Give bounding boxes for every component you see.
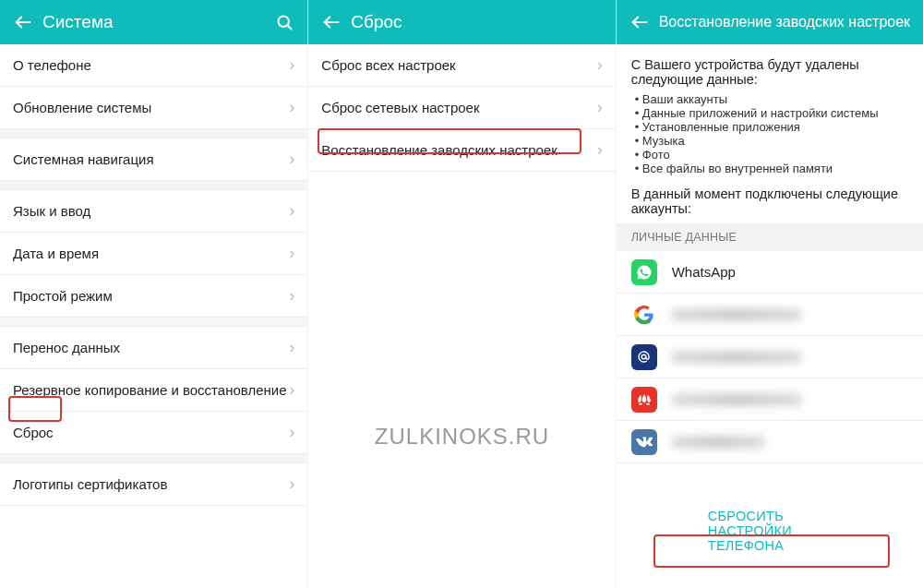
svg-line-2 [287, 25, 291, 29]
list: О телефоне› Обновление системы› Системна… [0, 44, 307, 588]
list-item-reset-net[interactable]: Сброс сетевых настроек› [308, 87, 615, 129]
list-item-lang[interactable]: Язык и ввод› [0, 190, 307, 233]
chevron-right-icon: › [597, 55, 603, 75]
account-name: WhatsApp [672, 264, 736, 280]
divider [0, 181, 307, 190]
back-button[interactable] [7, 12, 39, 32]
section-header: ЛИЧНЫЕ ДАННЫЕ [617, 223, 923, 251]
list-item-reset[interactable]: Сброс› [0, 412, 307, 454]
list: Сброс всех настроек› Сброс сетевых настр… [308, 44, 615, 588]
google-icon [631, 302, 657, 328]
list-item-reset-all[interactable]: Сброс всех настроек› [308, 44, 615, 87]
back-icon [13, 12, 33, 32]
account-row-huawei[interactable] [617, 378, 923, 421]
watermark: ZULKINOKS.RU [375, 424, 549, 450]
chevron-right-icon: › [597, 140, 603, 160]
vk-icon [631, 429, 657, 455]
search-button[interactable] [269, 13, 300, 32]
page-title: Сброс [347, 12, 607, 32]
pane-reset: Сброс Сброс всех настроек› Сброс сетевых… [307, 0, 615, 588]
account-name-blurred [672, 393, 801, 406]
account-name-blurred [672, 436, 764, 449]
list-item-backup[interactable]: Резервное копирование и восстановление› [0, 369, 307, 412]
back-button[interactable] [316, 12, 347, 32]
chevron-right-icon: › [289, 150, 294, 169]
chevron-right-icon: › [289, 98, 294, 117]
page-title: Восстановление заводских настроек [655, 14, 916, 30]
list-item-factory-reset[interactable]: Восстановление заводских настроек› [308, 129, 615, 172]
list-item-simple[interactable]: Простой режим› [0, 275, 307, 318]
pane-factory-reset: Восстановление заводских настроек С Ваше… [616, 0, 923, 588]
chevron-right-icon: › [289, 474, 294, 494]
chevron-right-icon: › [289, 338, 294, 357]
divider [0, 454, 307, 463]
back-button[interactable] [624, 12, 655, 32]
chevron-right-icon: › [289, 380, 294, 400]
bullet: Все файлы во внутренней памяти [635, 162, 908, 175]
appbar: Восстановление заводских настроек [617, 0, 923, 44]
list-item-update[interactable]: Обновление системы› [0, 87, 307, 129]
account-row-google[interactable] [617, 294, 923, 336]
account-row-whatsapp[interactable]: WhatsApp [617, 251, 923, 294]
chevron-right-icon: › [289, 244, 294, 263]
list-item-transfer[interactable]: Перенос данных› [0, 327, 307, 369]
chevron-right-icon: › [289, 423, 294, 442]
divider [0, 318, 307, 327]
bullet-list: Ваши аккаунты Данные приложений и настро… [631, 92, 908, 175]
whatsapp-icon [631, 259, 657, 285]
huawei-icon [631, 387, 657, 413]
account-row-email[interactable] [617, 336, 923, 378]
bullet: Установленные приложения [635, 120, 908, 134]
warning-text: С Вашего устройства будут удалены следую… [617, 44, 923, 223]
account-name-blurred [672, 351, 801, 364]
chevron-right-icon: › [289, 286, 294, 306]
page-title: Система [39, 12, 269, 32]
at-icon [631, 344, 657, 370]
pane-system: Система О телефоне› Обновление системы› … [0, 0, 307, 588]
appbar: Система [0, 0, 307, 44]
lead-text: С Вашего устройства будут удалены следую… [631, 57, 908, 87]
sub-text: В данный момент подключены следующие акк… [631, 186, 908, 216]
bullet: Ваши аккаунты [635, 92, 908, 106]
bullet: Данные приложений и настройки системы [635, 106, 908, 120]
account-name-blurred [672, 308, 801, 321]
list-item-datetime[interactable]: Дата и время› [0, 233, 307, 275]
list-item-nav[interactable]: Системная навигация› [0, 138, 307, 181]
back-icon [629, 12, 650, 32]
account-row-vk[interactable] [617, 421, 923, 463]
chevron-right-icon: › [289, 201, 294, 221]
appbar: Сброс [308, 0, 615, 44]
reset-phone-button[interactable]: СБРОСИТЬ НАСТРОЙКИ ТЕЛЕФОНА [693, 499, 846, 562]
list-item-about[interactable]: О телефоне› [0, 44, 307, 87]
search-icon [275, 13, 294, 32]
back-icon [321, 12, 342, 32]
chevron-right-icon: › [597, 98, 603, 117]
chevron-right-icon: › [289, 55, 294, 75]
bullet: Фото [635, 148, 908, 162]
divider [0, 129, 307, 138]
bullet: Музыка [635, 134, 908, 148]
list-item-cert[interactable]: Логотипы сертификатов› [0, 463, 307, 506]
